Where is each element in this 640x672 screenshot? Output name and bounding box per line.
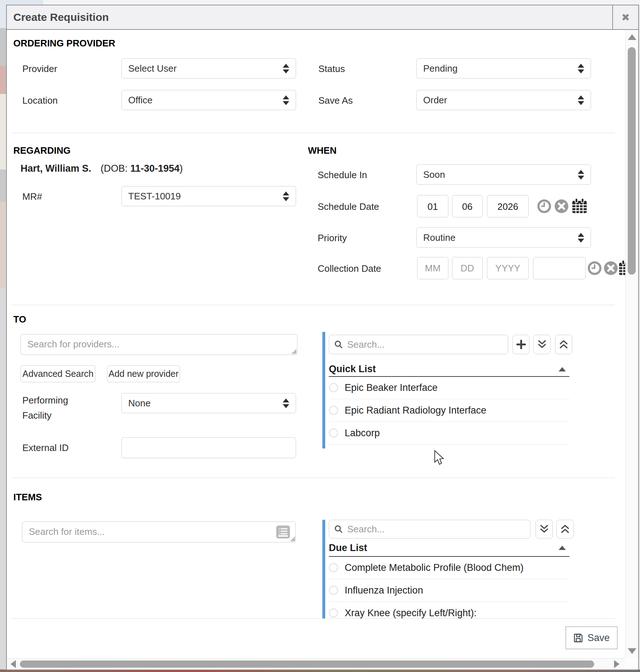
schedule-year-input[interactable]: 2026 [487, 195, 529, 217]
double-chevron-down-icon [537, 339, 547, 349]
collection-time-input[interactable] [533, 257, 586, 279]
quick-list-search[interactable] [329, 335, 508, 354]
due-list-item[interactable]: Influenza Injection [329, 579, 569, 602]
due-list-search-input[interactable] [346, 523, 525, 535]
due-list-search[interactable] [329, 520, 531, 538]
performing-facility-select-value: None [128, 398, 151, 409]
create-requisition-dialog: Create Requisition ✖ ORDERING PROVIDER P… [6, 5, 639, 670]
horizontal-scrollbar[interactable] [7, 658, 625, 669]
background-page-sliver [0, 0, 6, 672]
scroll-right-arrow-icon[interactable] [614, 660, 619, 668]
radio-icon[interactable] [329, 428, 338, 438]
schedule-in-select-value: Soon [423, 169, 445, 180]
quick-list-item[interactable]: Epic Radiant Radiology Interface [329, 399, 569, 422]
collapse-section-icon[interactable] [559, 546, 566, 550]
mouse-cursor [434, 450, 445, 466]
items-heading: ITEMS [13, 492, 42, 503]
save-button-label: Save [587, 632, 610, 644]
status-select[interactable]: Pending [416, 58, 591, 78]
save-as-select-value: Order [423, 95, 447, 106]
due-list-item[interactable]: Complete Metabolic Profile (Blood Chem) [329, 556, 569, 579]
quick-list-item[interactable]: Epic Beaker Interface [329, 376, 569, 399]
status-label: Status [318, 58, 345, 79]
item-list-picker-icon[interactable] [276, 526, 290, 538]
provider-search-input[interactable] [21, 334, 297, 355]
schedule-date-clear-icon[interactable] [555, 199, 568, 213]
quick-list-search-input[interactable] [346, 339, 503, 351]
add-button[interactable] [513, 335, 529, 354]
due-list-panel: Due List Complete Metabolic Profile (Blo… [322, 520, 625, 619]
radio-icon[interactable] [329, 406, 338, 415]
priority-label: Priority [318, 227, 347, 248]
select-arrows-icon [578, 64, 584, 73]
collapse-section-icon[interactable] [559, 367, 566, 371]
due-list-item-label: Xray Knee (specify Left/Right): [345, 608, 476, 619]
radio-icon[interactable] [329, 563, 338, 572]
vertical-scrollbar[interactable] [625, 30, 638, 659]
background-top-sliver [0, 0, 640, 5]
save-button[interactable]: Save [565, 626, 618, 649]
schedule-date-label: Schedule Date [318, 195, 379, 218]
collection-day-input[interactable] [452, 257, 483, 279]
schedule-in-label: Schedule In [318, 164, 367, 185]
priority-select-value: Routine [423, 232, 456, 243]
schedule-month-input[interactable]: 01 [417, 195, 448, 217]
schedule-time-clock-icon[interactable] [537, 199, 551, 213]
horizontal-scrollbar-thumb[interactable] [20, 660, 594, 668]
mr-label: MR# [22, 186, 42, 207]
item-search-input[interactable] [22, 522, 296, 542]
close-icon: ✖ [621, 12, 630, 23]
double-chevron-up-icon [559, 339, 568, 349]
select-arrows-icon [283, 398, 289, 408]
schedule-calendar-icon[interactable] [571, 198, 588, 214]
radio-icon[interactable] [329, 608, 338, 618]
due-list-item-label: Complete Metabolic Profile (Blood Chem) [345, 562, 524, 573]
section-divider [11, 133, 615, 133]
due-list-item[interactable]: Xray Knee (specify Left/Right): [329, 602, 569, 619]
mr-select[interactable]: TEST-10019 [121, 186, 296, 206]
collapse-all-button[interactable] [533, 335, 551, 354]
regarding-heading: REGARDING [13, 145, 71, 156]
due-list-header[interactable]: Due List [329, 542, 367, 554]
schedule-in-select[interactable]: Soon [416, 164, 591, 185]
close-button[interactable]: ✖ [612, 5, 638, 29]
location-label: Location [22, 90, 58, 111]
external-id-input[interactable] [121, 437, 296, 458]
status-select-value: Pending [423, 63, 457, 74]
save-icon [573, 633, 583, 643]
advanced-search-button[interactable]: Advanced Search [21, 365, 95, 382]
scroll-left-arrow-icon[interactable] [10, 660, 16, 668]
collection-date-clear-icon[interactable] [604, 261, 618, 275]
save-as-select[interactable]: Order [416, 90, 591, 110]
resize-grip-icon[interactable] [291, 349, 296, 354]
collection-year-input[interactable] [487, 257, 529, 279]
expand-all-button[interactable] [555, 335, 572, 354]
schedule-day-input[interactable]: 06 [452, 195, 483, 217]
add-new-provider-button[interactable]: Add new provider [107, 365, 180, 382]
scroll-down-arrow-icon[interactable] [628, 648, 636, 654]
panel-accent-bar [322, 520, 325, 619]
expand-all-button[interactable] [556, 520, 574, 538]
location-select[interactable]: Office [121, 90, 296, 110]
provider-select[interactable]: Select User [121, 58, 296, 78]
save-as-label: Save As [318, 90, 353, 111]
scroll-up-arrow-icon[interactable] [628, 34, 636, 40]
radio-icon[interactable] [329, 383, 338, 392]
performing-facility-label: Performing Facility [22, 393, 85, 423]
radio-icon[interactable] [329, 586, 338, 595]
quick-list-header[interactable]: Quick List [329, 364, 376, 375]
collapse-all-button[interactable] [536, 520, 553, 538]
section-divider [11, 478, 615, 478]
resize-grip-icon[interactable] [290, 536, 295, 541]
select-arrows-icon [578, 170, 584, 180]
vertical-scrollbar-thumb[interactable] [628, 47, 636, 275]
collection-month-input[interactable] [417, 257, 448, 279]
due-list-item-label: Influenza Injection [345, 585, 423, 596]
select-arrows-icon [283, 191, 289, 201]
collection-calendar-icon[interactable] [618, 260, 625, 276]
priority-select[interactable]: Routine [416, 227, 591, 248]
patient-name: Hart, William S. [21, 163, 91, 174]
performing-facility-select[interactable]: None [121, 393, 296, 413]
quick-list-item[interactable]: Labcorp [329, 422, 569, 445]
collection-time-clock-icon[interactable] [588, 261, 601, 275]
